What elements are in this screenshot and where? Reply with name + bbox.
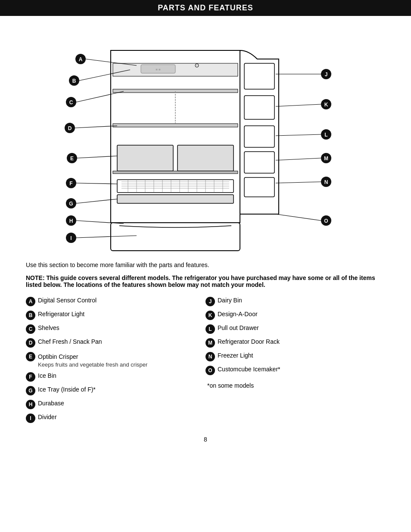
feature-n: N Freezer Light (206, 352, 385, 361)
feature-j: J Dairy Bin (206, 297, 385, 306)
page-number-label: 8 (204, 436, 207, 443)
svg-rect-13 (177, 145, 234, 171)
svg-text:A: A (79, 56, 83, 62)
feature-m: M Refrigerator Door Rack (206, 338, 385, 348)
badge-g: G (26, 386, 35, 395)
feature-c-label: Shelves (38, 324, 59, 331)
svg-text:= =: = = (156, 68, 161, 72)
feature-e-firstline: E Optibin Crisper (26, 352, 78, 361)
svg-rect-32 (117, 195, 234, 203)
svg-line-50 (77, 156, 117, 158)
badge-e: E (26, 352, 35, 361)
svg-line-74 (276, 158, 321, 160)
feature-a-label: Digital Sensor Control (38, 297, 97, 304)
feature-d: D Chef Fresh / Snack Pan (26, 338, 206, 348)
feature-i: I Divider (26, 414, 206, 423)
feature-j-label: Dairy Bin (218, 297, 242, 304)
feature-h-label: Durabase (38, 400, 64, 407)
feature-m-label: Refrigerator Door Rack (218, 338, 280, 345)
svg-line-71 (276, 134, 321, 136)
feature-a: A Digital Sensor Control (26, 297, 206, 306)
intro-text: Use this section to become more familiar… (0, 261, 411, 268)
badge-n: N (206, 352, 215, 361)
svg-text:B: B (72, 78, 76, 84)
feature-e-sub: Keeps fruits and vegetable fresh and cri… (38, 361, 147, 368)
feature-l: L Pull out Drawer (206, 324, 385, 334)
svg-text:M: M (324, 156, 328, 162)
feature-i-label: Divider (38, 414, 57, 420)
feature-e: E Optibin Crisper Keeps fruits and veget… (26, 352, 206, 368)
svg-text:J: J (325, 72, 328, 78)
page-title: PARTS AND FEATURES (158, 3, 253, 12)
badge-h: H (26, 400, 35, 409)
svg-line-59 (76, 221, 124, 224)
note-label: NOTE: This guide covers several differen… (26, 274, 375, 288)
badge-a: A (26, 297, 35, 306)
feature-k-label: Design-A-Door (218, 311, 258, 317)
svg-rect-12 (117, 145, 173, 171)
page-header: PARTS AND FEATURES (0, 0, 411, 16)
feature-c: C Shelves (26, 324, 206, 334)
feature-o-label: Customcube Icemaker* (218, 366, 280, 373)
badge-i: I (26, 414, 35, 423)
fridge-diagram: = = ° (37, 25, 374, 253)
svg-line-62 (76, 236, 137, 238)
svg-text:E: E (70, 156, 74, 162)
badge-j: J (206, 297, 215, 306)
feature-o: O Customcube Icemaker* (206, 366, 385, 375)
feature-b: B Refrigerator Light (26, 311, 206, 320)
svg-text:K: K (324, 102, 328, 108)
page-number: 8 (0, 436, 411, 451)
feature-h: H Durabase (26, 400, 206, 409)
on-some-models-label: *on some models (207, 382, 254, 389)
badge-f: F (26, 372, 35, 382)
svg-rect-3 (244, 126, 274, 147)
svg-rect-11 (113, 124, 238, 127)
svg-text:H: H (69, 218, 73, 224)
svg-line-44 (76, 91, 124, 102)
svg-text:G: G (69, 201, 73, 207)
on-some-models: *on some models (206, 382, 385, 389)
badge-d: D (26, 338, 35, 348)
left-features-col: A Digital Sensor Control B Refrigerator … (26, 297, 206, 427)
svg-rect-6 (111, 223, 240, 251)
badge-o: O (206, 366, 215, 375)
feature-k: K Design-A-Door (206, 311, 385, 320)
svg-rect-14 (113, 171, 238, 174)
svg-line-77 (276, 182, 321, 183)
svg-rect-2 (244, 96, 274, 119)
note-text: NOTE: This guide covers several differen… (0, 274, 411, 288)
svg-line-80 (276, 214, 321, 221)
svg-rect-4 (244, 152, 274, 173)
feature-e-label: Optibin Crisper (38, 353, 78, 360)
svg-text:O: O (324, 218, 328, 224)
feature-b-label: Refrigerator Light (38, 311, 84, 317)
intro-label: Use this section to become more familiar… (26, 261, 209, 268)
right-features-col: J Dairy Bin K Design-A-Door L Pull out D… (206, 297, 385, 427)
svg-text:D: D (68, 125, 72, 131)
feature-l-label: Pull out Drawer (218, 324, 259, 331)
badge-m: M (206, 338, 215, 348)
svg-text:I: I (70, 235, 72, 241)
feature-d-label: Chef Fresh / Snack Pan (38, 338, 102, 345)
feature-f-label: Ice Bin (38, 372, 56, 379)
features-grid: A Digital Sensor Control B Refrigerator … (0, 297, 411, 427)
svg-line-68 (276, 104, 321, 106)
svg-rect-5 (244, 177, 274, 197)
feature-g: G Ice Tray (Inside of F)* (26, 386, 206, 395)
svg-text:C: C (69, 100, 73, 106)
feature-g-label: Ice Tray (Inside of F)* (38, 386, 96, 393)
svg-text:F: F (69, 180, 72, 187)
badge-l: L (206, 324, 215, 334)
feature-f: F Ice Bin (26, 372, 206, 382)
svg-text:L: L (324, 132, 327, 138)
feature-n-label: Freezer Light (218, 352, 253, 359)
badge-c: C (26, 324, 35, 334)
diagram-container: = = ° (37, 25, 374, 253)
svg-rect-1 (244, 63, 274, 89)
svg-text:N: N (324, 179, 328, 185)
badge-k: K (206, 311, 215, 320)
badge-b: B (26, 311, 35, 320)
